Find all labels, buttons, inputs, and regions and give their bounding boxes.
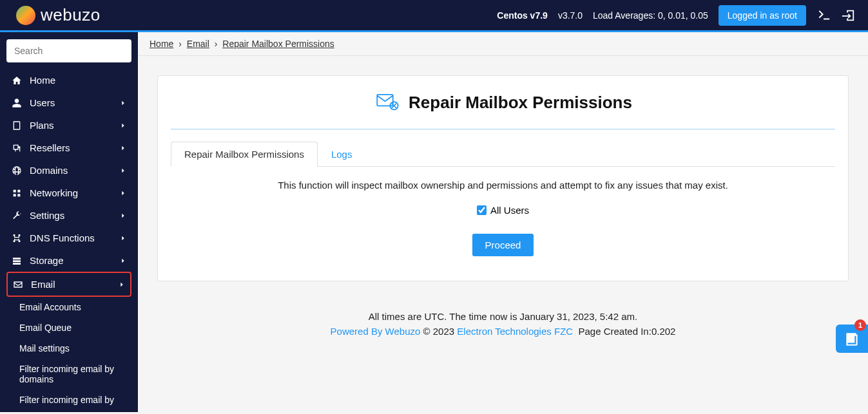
divider (171, 129, 835, 130)
powered-by-link[interactable]: Powered By Webuzo (331, 326, 421, 337)
news-badge: 1 (854, 319, 866, 331)
nav: Home Users Plans Resellers Domains (6, 69, 131, 410)
topbar-right: Centos v7.9 v3.7.0 Load Averages: 0, 0.0… (497, 5, 855, 26)
sidebar-item-label: Home (30, 75, 55, 86)
sidebar-item-domains[interactable]: Domains (6, 159, 131, 182)
search-input[interactable] (6, 39, 131, 62)
terminal-icon[interactable] (816, 8, 831, 23)
logo-text: webuzo (41, 5, 101, 25)
globe-icon (12, 165, 22, 176)
breadcrumb-email[interactable]: Email (187, 39, 209, 49)
breadcrumb-home[interactable]: Home (149, 39, 173, 49)
footer-time: All times are UTC. The time now is Janua… (151, 311, 855, 322)
news-icon (844, 330, 860, 347)
wrench-icon (12, 211, 22, 221)
chevron-right-icon (120, 258, 126, 264)
sidebar-item-dns[interactable]: DNS Functions (6, 227, 131, 249)
footer-credits: Powered By Webuzo © 2023 Electron Techno… (151, 326, 855, 337)
all-users-row: All Users (177, 205, 829, 216)
sidebar-item-label: Networking (30, 187, 78, 198)
sidebar-sub-filter-domains[interactable]: Filter incoming email by domains (6, 359, 131, 390)
tabs: Repair Mailbox Permissions Logs (171, 142, 835, 167)
breadcrumb: Home › Email › Repair Mailbox Permission… (138, 32, 868, 56)
chevron-right-icon (120, 122, 126, 129)
load-averages: Load Averages: 0, 0.01, 0.05 (593, 10, 708, 21)
sidebar-item-label: Resellers (30, 142, 70, 153)
user-icon (12, 98, 22, 108)
sidebar-sub-filter-country[interactable]: Filter incoming email by (6, 390, 131, 410)
sidebar-item-label: Domains (30, 165, 68, 176)
sidebar-sub-email-accounts[interactable]: Email Accounts (6, 297, 131, 317)
logout-icon[interactable] (841, 8, 855, 23)
all-users-checkbox[interactable] (477, 205, 487, 215)
chevron-right-icon (120, 235, 126, 241)
sidebar-sub-mail-settings[interactable]: Mail settings (6, 338, 131, 359)
sidebar-item-label: Settings (30, 210, 64, 221)
sidebar-item-resellers[interactable]: Resellers (6, 136, 131, 159)
page-created-text: Page Created In:0.202 (578, 326, 675, 337)
logo[interactable]: webuzo (16, 5, 101, 25)
footer: All times are UTC. The time now is Janua… (138, 294, 868, 353)
chevron-right-icon (119, 281, 125, 288)
main-content: Home › Email › Repair Mailbox Permission… (138, 32, 868, 412)
chevron-right-icon (120, 145, 126, 151)
email-icon (13, 279, 23, 290)
login-badge[interactable]: Logged in as root (719, 5, 806, 26)
chevron-right-icon (120, 167, 126, 174)
sidebar-item-networking[interactable]: Networking (6, 182, 131, 204)
sidebar-item-settings[interactable]: Settings (6, 204, 131, 227)
top-bar: webuzo Centos v7.9 v3.7.0 Load Averages:… (0, 0, 868, 32)
content-card: Repair Mailbox Permissions Repair Mailbo… (157, 75, 849, 281)
os-label: Centos v7.9 (497, 10, 548, 21)
logo-icon (16, 6, 35, 25)
sidebar-item-label: Email (31, 279, 55, 290)
company-link[interactable]: Electron Technologies FZC (457, 326, 573, 337)
sidebar-item-storage[interactable]: Storage (6, 249, 131, 272)
tab-repair[interactable]: Repair Mailbox Permissions (171, 142, 318, 167)
chevron-right-icon (120, 190, 126, 196)
dns-icon (12, 233, 22, 243)
storage-icon (12, 256, 22, 266)
sidebar-item-label: Plans (30, 120, 54, 131)
news-widget[interactable]: 1 (836, 325, 868, 353)
sidebar-item-users[interactable]: Users (6, 91, 131, 114)
tab-body: This function will inspect mailbox owner… (171, 166, 835, 263)
page-title-row: Repair Mailbox Permissions (171, 89, 835, 116)
description-text: This function will inspect mailbox owner… (177, 180, 829, 191)
sidebar-item-label: Storage (30, 255, 64, 266)
sidebar-item-label: DNS Functions (30, 232, 95, 243)
chevron-right-icon (120, 212, 126, 219)
version-label: v3.7.0 (558, 10, 583, 21)
sidebar-item-email[interactable]: Email (6, 272, 131, 297)
sidebar-item-label: Users (30, 97, 55, 108)
breadcrumb-current[interactable]: Repair Mailbox Permissions (222, 39, 334, 49)
chevron-right-icon (120, 100, 126, 106)
proceed-button[interactable]: Proceed (472, 234, 534, 256)
network-icon (12, 188, 22, 198)
dashboard-icon (12, 75, 22, 86)
sidebar-item-home[interactable]: Home (6, 69, 131, 91)
book-icon (12, 120, 22, 131)
page-title: Repair Mailbox Permissions (409, 93, 632, 113)
tab-logs[interactable]: Logs (318, 142, 366, 167)
all-users-label: All Users (490, 205, 529, 216)
mailbox-repair-icon (374, 89, 401, 116)
sidebar: Home Users Plans Resellers Domains (0, 32, 138, 412)
sidebar-item-plans[interactable]: Plans (6, 114, 131, 136)
sidebar-sub-email-queue[interactable]: Email Queue (6, 317, 131, 338)
copy-icon (12, 143, 22, 153)
